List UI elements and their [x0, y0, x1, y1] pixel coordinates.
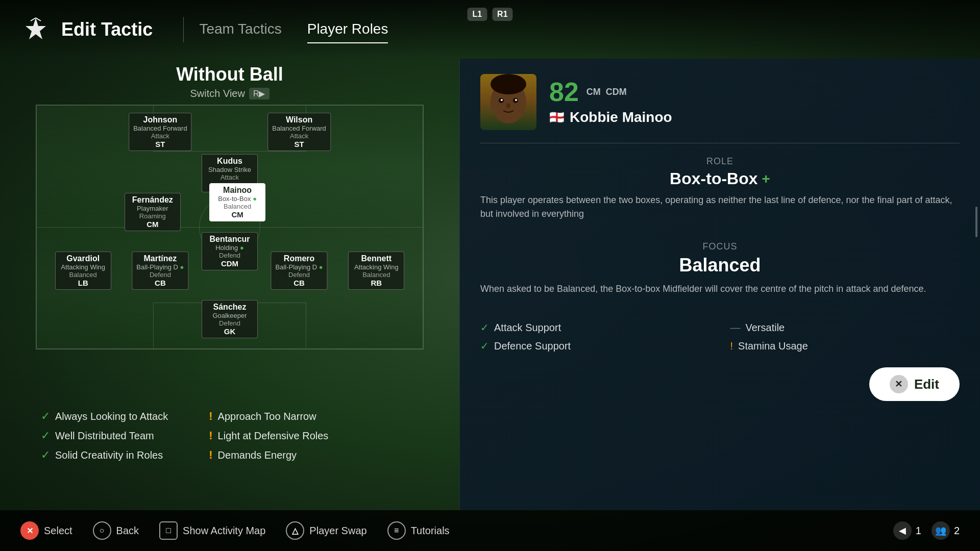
player-focus: Balanced — [214, 203, 261, 210]
player-pos: ST — [272, 140, 326, 148]
l1-button[interactable]: L1 — [467, 8, 487, 21]
group-icon: 👥 — [932, 521, 950, 540]
player-role: Attacking Wing — [353, 263, 400, 271]
attr-label: Defence Support — [494, 340, 571, 352]
attr-label: Attack Support — [494, 322, 561, 334]
player-name: Romero — [276, 254, 323, 263]
group-number: 2 — [954, 525, 960, 537]
flag-icon: 🏴󠁧󠁢󠁥󠁮󠁧󠁿 — [549, 110, 565, 124]
show-activity-map-button-group[interactable]: □ Show Activity Map — [159, 521, 265, 540]
svg-point-8 — [515, 99, 517, 101]
player-role: Playmaker — [129, 205, 176, 212]
feedback-item-3: ✓ Solid Creativity in Roles — [41, 448, 168, 462]
focus-description: When asked to be Balanced, the Box-to-bo… — [480, 282, 960, 296]
player-card-bentancur[interactable]: Bentancur Holding ● Defend CDM — [202, 232, 258, 270]
controller-top-buttons: L1 R1 — [467, 8, 512, 21]
player-full-name: Kobbie Mainoo — [570, 109, 672, 126]
edit-button-label: Edit — [914, 377, 939, 392]
role-description: This player operates between the two box… — [480, 193, 960, 221]
player-focus: Attack — [206, 173, 253, 181]
player-role: Balanced Forward — [133, 124, 187, 132]
player-role: Goalkeeper — [206, 312, 253, 319]
player-pos: CM — [214, 210, 261, 219]
check-icon: ✓ — [480, 321, 489, 334]
player-focus: Balanced — [353, 271, 400, 279]
player-focus: Defend — [276, 271, 323, 279]
warn-icon: ! — [209, 448, 212, 462]
player-flag-row: 🏴󠁧󠁢󠁥󠁮󠁧󠁿 Kobbie Mainoo — [549, 109, 960, 126]
nav-divider — [183, 17, 184, 42]
prev-page-button[interactable]: ◀ — [893, 521, 912, 540]
player-card-martinez[interactable]: Martínez Ball-Playing D ● Defend CB — [132, 252, 188, 290]
player-pos: LB — [60, 279, 107, 287]
player-badge-cm: CM — [586, 87, 601, 97]
show-activity-map-label: Show Activity Map — [183, 525, 265, 537]
main-content: Without Ball Switch View R▶ Johnson Bala… — [0, 59, 980, 510]
feedback-label: Demands Energy — [218, 449, 297, 461]
page-number: 1 — [916, 525, 921, 537]
app-logo — [20, 14, 51, 45]
player-card-romero[interactable]: Romero Ball-Playing D ● Defend CB — [271, 252, 328, 290]
menu-button-icon: ≡ — [387, 521, 406, 540]
scrollbar — [975, 207, 977, 237]
player-info: 82 CM CDM 🏴󠁧󠁢󠁥󠁮󠁧󠁿 Kobbie Mainoo — [549, 79, 960, 126]
x-button-icon: ✕ — [20, 521, 39, 540]
player-role: Ball-Playing D ● — [276, 263, 323, 271]
switch-view-button[interactable]: R▶ — [249, 88, 270, 99]
focus-label: Focus — [480, 241, 960, 252]
avatar-face — [480, 74, 536, 130]
svg-point-7 — [501, 99, 503, 101]
player-rating-row: 82 CM CDM — [549, 79, 960, 105]
player-card-mainoo[interactable]: Mainoo Box-to-Box ● Balanced CM — [209, 183, 265, 221]
player-card-wilson[interactable]: Wilson Balanced Forward Attack ST — [267, 113, 331, 151]
check-icon: ✓ — [41, 448, 50, 462]
page-indicator: ◀ 1 — [893, 521, 921, 540]
player-role: Shadow Strike — [206, 166, 253, 173]
player-card-johnson[interactable]: Johnson Balanced Forward Attack ST — [129, 113, 192, 151]
attribute-defence-support: ✓ Defence Support — [480, 340, 710, 352]
page-title: Edit Tactic — [61, 19, 153, 40]
tutorials-button-group[interactable]: ≡ Tutorials — [387, 521, 450, 540]
tab-team-tactics[interactable]: Team Tactics — [199, 16, 281, 43]
player-focus: Defend — [206, 319, 253, 327]
svg-point-9 — [506, 103, 510, 108]
r1-button[interactable]: R1 — [492, 8, 512, 21]
player-role: Balanced Forward — [272, 124, 326, 132]
feedback-label: Always Looking to Attack — [55, 411, 168, 422]
pitch-area: Without Ball Switch View R▶ Johnson Bala… — [0, 59, 459, 510]
attr-label: Versatile — [746, 322, 785, 334]
square-button-icon: □ — [159, 521, 178, 540]
player-focus: Defend — [206, 252, 253, 259]
player-profile: 82 CM CDM 🏴󠁧󠁢󠁥󠁮󠁧󠁿 Kobbie Mainoo — [480, 74, 960, 143]
player-pos: GK — [206, 327, 253, 336]
player-name: Kudus — [206, 157, 253, 166]
player-focus: Attack — [133, 132, 187, 140]
player-card-fernandez[interactable]: Fernández Playmaker Roaming CM — [125, 193, 181, 231]
edit-button[interactable]: ✕ Edit — [869, 367, 960, 401]
player-name: Mainoo — [214, 186, 261, 195]
svg-point-4 — [491, 74, 526, 94]
feedback-item-2: ✓ Well Distributed Team — [41, 429, 168, 442]
select-button-group[interactable]: ✕ Select — [20, 521, 72, 540]
edit-button-x-icon: ✕ — [890, 375, 908, 393]
back-button-group[interactable]: ○ Back — [93, 521, 139, 540]
player-role: Attacking Wing — [60, 263, 107, 271]
player-swap-button-group[interactable]: △ Player Swap — [286, 521, 366, 540]
player-focus: Attack — [272, 132, 326, 140]
feedback-label: Approach Too Narrow — [218, 411, 316, 422]
attributes-grid: ✓ Attack Support — Versatile ✓ Defence S… — [480, 321, 960, 352]
role-title-text: Box-to-Box — [670, 169, 757, 188]
player-focus: Defend — [136, 271, 184, 279]
attribute-versatile: — Versatile — [730, 321, 960, 334]
triangle-button-icon: △ — [286, 521, 304, 540]
player-card-sanchez[interactable]: Sánchez Goalkeeper Defend GK — [202, 300, 258, 338]
feedback-area: ✓ Always Looking to Attack ✓ Well Distri… — [0, 402, 459, 469]
player-card-gvardiol[interactable]: Gvardiol Attacking Wing Balanced LB — [55, 252, 111, 290]
tab-player-roles[interactable]: Player Roles — [307, 16, 388, 43]
player-name: Bentancur — [206, 235, 253, 244]
player-avatar — [480, 74, 536, 130]
switch-view-control[interactable]: Switch View R▶ — [190, 88, 269, 99]
player-card-bennett[interactable]: Bennett Attacking Wing Balanced RB — [348, 252, 404, 290]
player-badge-cdm: CDM — [606, 87, 627, 97]
attribute-attack-support: ✓ Attack Support — [480, 321, 710, 334]
